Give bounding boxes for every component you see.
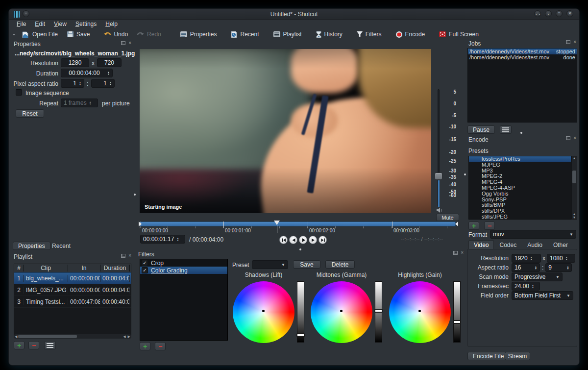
enc-resolution-width[interactable]: 1920▲▼ <box>512 254 541 263</box>
open-file-button[interactable]: Open File <box>18 30 61 39</box>
redo-button[interactable]: Redo <box>133 30 165 39</box>
playlist-row[interactable]: 2 IMG_0357.JPG 00:00:00:00 00:00:04:00 <box>14 284 131 296</box>
playhead[interactable] <box>274 221 280 233</box>
float-panel-icon[interactable] <box>121 254 125 258</box>
highlights-level-slider[interactable] <box>453 281 461 343</box>
scrollbar-thumb[interactable] <box>572 171 576 183</box>
video-preview[interactable]: Starting image <box>140 49 431 213</box>
enc-resolution-height[interactable]: 1080▲▼ <box>547 254 575 263</box>
out-point-marker[interactable] <box>453 222 458 226</box>
close-panel-icon[interactable]: × <box>128 41 131 45</box>
highlights-color-wheel[interactable] <box>389 281 451 343</box>
preset-scrollbar[interactable]: ▲ ▲▼ <box>571 156 577 220</box>
encode-file-button[interactable]: Encode File <box>467 352 509 360</box>
save-button[interactable]: Save <box>63 30 93 39</box>
filter-item-crop[interactable]: ✓ Crop <box>140 259 227 267</box>
mute-button[interactable]: Mute <box>436 214 459 221</box>
stream-button[interactable]: Stream <box>505 352 530 360</box>
splitter-handle[interactable] <box>134 194 136 196</box>
playlist-menu-button[interactable] <box>44 341 56 349</box>
menu-edit[interactable]: Edit <box>31 20 49 28</box>
jobs-pause-button[interactable]: Pause <box>467 125 495 134</box>
preset-remove-button[interactable]: − <box>484 222 495 230</box>
float-panel-icon[interactable] <box>121 41 125 45</box>
filter-remove-button[interactable]: − <box>155 342 166 350</box>
undo-button[interactable]: Undo <box>100 30 131 39</box>
playlist-row[interactable]: 1 blg_wheels_... 00:00:00:00 00:00:04:00 <box>14 272 131 284</box>
col-num[interactable]: # <box>14 265 24 271</box>
maximize-button[interactable]: ⌃ <box>556 10 563 17</box>
tab-properties[interactable]: Properties <box>13 242 50 250</box>
image-sequence-checkbox[interactable] <box>16 89 22 96</box>
scrub-bar[interactable] <box>140 222 456 226</box>
close-button[interactable]: ✕ <box>566 10 573 17</box>
filter-save-button[interactable]: Save <box>293 260 320 269</box>
filters-button[interactable]: Filters <box>353 30 385 39</box>
enc-aspect-n[interactable]: 16▲▼ <box>512 263 540 272</box>
close-panel-icon[interactable]: × <box>461 251 464 255</box>
resolution-height-field[interactable]: 720 <box>97 58 122 67</box>
fps-field[interactable]: 24.00▲▼ <box>512 282 540 291</box>
splitter-handle[interactable] <box>520 132 522 134</box>
full-screen-button[interactable]: Full Screen <box>435 30 482 39</box>
filter-checkbox[interactable]: ✓ <box>142 260 148 266</box>
playlist-hscrollbar[interactable]: ◀ ◀▶ <box>14 334 131 339</box>
float-panel-icon[interactable] <box>566 40 570 44</box>
menu-help[interactable]: Help <box>101 20 122 28</box>
preset-item[interactable]: stills/JPEG <box>469 214 571 220</box>
enc-aspect-d[interactable]: 9▲▼ <box>545 263 572 272</box>
tab-audio[interactable]: Audio <box>522 240 548 249</box>
job-row[interactable]: /home/ddennedy/Videos/test.mov done <box>468 54 577 60</box>
playlist-add-button[interactable]: + <box>14 341 24 349</box>
play-button[interactable] <box>299 236 307 244</box>
playlist-row[interactable]: 3 Timing Testsl... 00:00:47:08 00:00:40:… <box>14 296 131 308</box>
in-point-marker[interactable] <box>139 222 144 226</box>
shade-button[interactable]: ⌄⌄ <box>534 10 541 17</box>
tab-video[interactable]: Video <box>468 240 494 249</box>
minimize-button[interactable]: ⌄ <box>545 10 552 17</box>
playlist-button[interactable]: Playlist <box>270 30 305 39</box>
splitter-handle[interactable] <box>299 248 301 250</box>
tab-recent[interactable]: Recent <box>48 243 74 249</box>
history-button[interactable]: History <box>312 30 346 39</box>
reset-button[interactable]: Reset <box>16 109 44 118</box>
filter-add-button[interactable]: + <box>140 342 150 350</box>
properties-button[interactable]: Properties <box>176 30 220 39</box>
jobs-menu-button[interactable] <box>500 125 512 134</box>
skip-to-start-button[interactable] <box>279 236 288 244</box>
recent-button[interactable]: Recent <box>227 30 262 39</box>
preset-dropdown[interactable]: ▼ <box>252 260 288 269</box>
float-panel-icon[interactable] <box>566 136 570 140</box>
shadows-level-slider[interactable] <box>297 281 304 343</box>
shadows-color-wheel[interactable] <box>233 281 294 343</box>
filter-item-color-grading[interactable]: ✓ Color Grading <box>140 267 227 274</box>
tab-other[interactable]: Other <box>548 240 573 249</box>
resolution-width-field[interactable]: 1280 <box>61 58 89 67</box>
close-panel-icon[interactable]: × <box>128 254 131 258</box>
field-order-dropdown[interactable]: Bottom Field First▼ <box>512 291 573 300</box>
speaker-icon[interactable] <box>436 207 443 213</box>
filter-delete-button[interactable]: Delete <box>325 260 355 269</box>
encode-button[interactable]: Encode <box>392 30 429 39</box>
par-den-field[interactable]: 1▲▼ <box>91 79 115 88</box>
splitter-handle[interactable] <box>464 173 466 175</box>
filter-checkbox[interactable]: ✓ <box>142 267 148 273</box>
col-in[interactable]: In <box>68 265 100 271</box>
spinner-arrows[interactable]: ▲▼ <box>107 71 110 75</box>
timeline-ruler[interactable]: 00:00:00:00 00:00:01:00 00:00:02:00 00:0… <box>140 226 456 234</box>
titlebar[interactable]: ◦ Untitled* - Shotcut ⌄⌄ ⌄ ⌃ ✕ <box>9 9 579 20</box>
format-dropdown[interactable]: mov▼ <box>490 230 576 239</box>
previous-frame-button[interactable] <box>289 236 297 244</box>
par-num-field[interactable]: 1▲▼ <box>61 79 84 88</box>
menu-view[interactable]: View <box>50 20 71 28</box>
midtones-color-wheel[interactable] <box>311 281 372 343</box>
next-frame-button[interactable] <box>309 236 317 244</box>
close-panel-icon[interactable]: × <box>573 136 576 140</box>
float-panel-icon[interactable] <box>453 251 458 255</box>
col-duration[interactable]: Duration <box>100 265 130 271</box>
preset-add-button[interactable]: + <box>468 222 479 230</box>
tab-codec[interactable]: Codec <box>494 240 522 249</box>
repeat-field[interactable]: 1 frames▲▼ <box>61 99 98 107</box>
col-clip[interactable]: Clip <box>24 265 68 271</box>
position-field[interactable]: 00:00:01:17▲▼ <box>140 235 185 244</box>
